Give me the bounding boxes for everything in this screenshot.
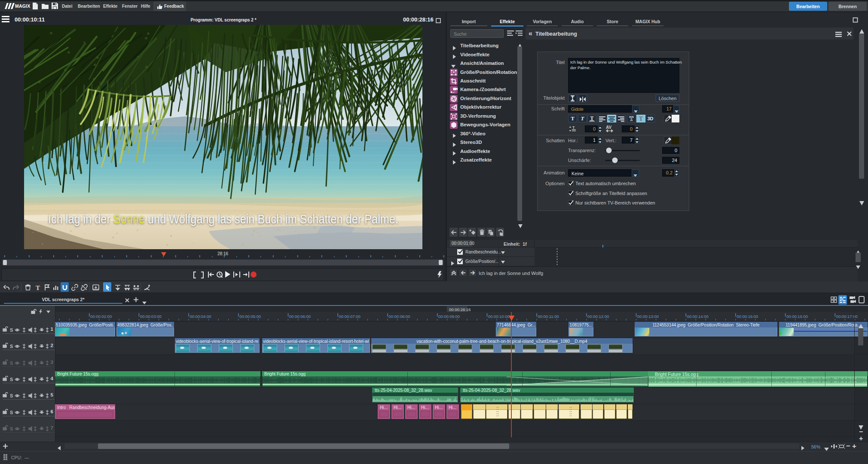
- svg-text:S: S: [10, 377, 13, 382]
- svg-text:T: T: [571, 115, 575, 122]
- svg-text:3D: 3D: [647, 116, 653, 121]
- svg-text:T: T: [581, 115, 585, 122]
- svg-text:AV: AV: [606, 125, 611, 130]
- svg-text:T: T: [630, 116, 634, 122]
- svg-text:MAGIX: MAGIX: [15, 3, 30, 9]
- svg-text:S: S: [10, 410, 13, 415]
- svg-text:S: S: [10, 426, 13, 431]
- svg-text:S: S: [10, 393, 13, 398]
- svg-text:S: S: [10, 344, 13, 349]
- svg-text:S: S: [10, 360, 13, 366]
- svg-text:S: S: [10, 327, 13, 333]
- svg-text:T: T: [36, 284, 40, 291]
- svg-text:T: T: [572, 125, 575, 130]
- svg-text:T: T: [639, 116, 643, 122]
- svg-text:T: T: [590, 115, 593, 121]
